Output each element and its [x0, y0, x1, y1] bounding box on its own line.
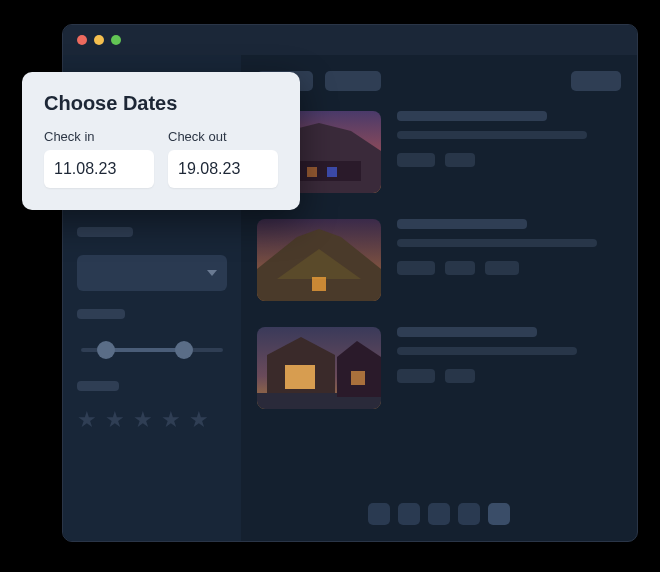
listing-thumbnail — [257, 219, 381, 301]
results-panel — [241, 55, 637, 541]
price-range-label — [77, 309, 125, 319]
listing-row[interactable] — [257, 219, 621, 301]
svg-rect-4 — [327, 167, 337, 177]
listing-chip — [485, 261, 519, 275]
listing-chip — [397, 261, 435, 275]
slider-thumb-max[interactable] — [175, 341, 193, 359]
slider-thumb-min[interactable] — [97, 341, 115, 359]
listing-title-skeleton — [397, 327, 537, 337]
price-range-slider[interactable] — [77, 337, 227, 363]
listing-chips — [397, 369, 621, 383]
check-in-input[interactable]: 11.08.23 — [44, 150, 154, 188]
listing-chips — [397, 261, 621, 275]
date-picker-title: Choose Dates — [44, 92, 278, 115]
page-button[interactable] — [428, 503, 450, 525]
rating-label — [77, 381, 119, 391]
svg-rect-3 — [307, 167, 317, 177]
star-icon[interactable]: ★ — [133, 409, 153, 431]
star-rating-filter[interactable]: ★ ★ ★ ★ ★ — [77, 409, 227, 431]
listing-subtitle-skeleton — [397, 131, 587, 139]
listing-chip — [397, 153, 435, 167]
listing-body — [397, 327, 621, 409]
minimize-window-icon[interactable] — [94, 35, 104, 45]
listing-title-skeleton — [397, 219, 527, 229]
listing-subtitle-skeleton — [397, 347, 577, 355]
sort-button[interactable] — [571, 71, 621, 91]
close-window-icon[interactable] — [77, 35, 87, 45]
slider-range — [105, 348, 183, 352]
page-button[interactable] — [398, 503, 420, 525]
star-icon[interactable]: ★ — [189, 409, 209, 431]
listing-body — [397, 219, 621, 301]
check-in-label: Check in — [44, 129, 154, 144]
star-icon[interactable]: ★ — [77, 409, 97, 431]
window-titlebar — [63, 25, 637, 55]
tab-item[interactable] — [325, 71, 381, 91]
listing-chip — [397, 369, 435, 383]
check-in-column: Check in 11.08.23 — [44, 129, 154, 188]
star-icon[interactable]: ★ — [161, 409, 181, 431]
check-out-input[interactable]: 19.08.23 — [168, 150, 278, 188]
listing-row[interactable] — [257, 111, 621, 193]
svg-rect-10 — [351, 371, 365, 385]
listing-chip — [445, 261, 475, 275]
listing-title-skeleton — [397, 111, 547, 121]
check-out-column: Check out 19.08.23 — [168, 129, 278, 188]
maximize-window-icon[interactable] — [111, 35, 121, 45]
listing-body — [397, 111, 621, 193]
listing-chips — [397, 153, 621, 167]
page-button-active[interactable] — [488, 503, 510, 525]
svg-rect-6 — [312, 277, 326, 291]
filter-dropdown[interactable] — [77, 255, 227, 291]
date-picker-card: Choose Dates Check in 11.08.23 Check out… — [22, 72, 300, 210]
topbar-spacer — [393, 71, 559, 91]
listing-row[interactable] — [257, 327, 621, 409]
page-button[interactable] — [368, 503, 390, 525]
listing-thumbnail — [257, 327, 381, 409]
check-out-label: Check out — [168, 129, 278, 144]
results-topbar — [257, 71, 621, 91]
filter-section-label — [77, 227, 133, 237]
star-icon[interactable]: ★ — [105, 409, 125, 431]
listing-chip — [445, 369, 475, 383]
pagination — [257, 503, 621, 525]
listing-subtitle-skeleton — [397, 239, 597, 247]
page-button[interactable] — [458, 503, 480, 525]
listing-chip — [445, 153, 475, 167]
chevron-down-icon — [207, 270, 217, 276]
svg-rect-8 — [285, 365, 315, 389]
date-row: Check in 11.08.23 Check out 19.08.23 — [44, 129, 278, 188]
